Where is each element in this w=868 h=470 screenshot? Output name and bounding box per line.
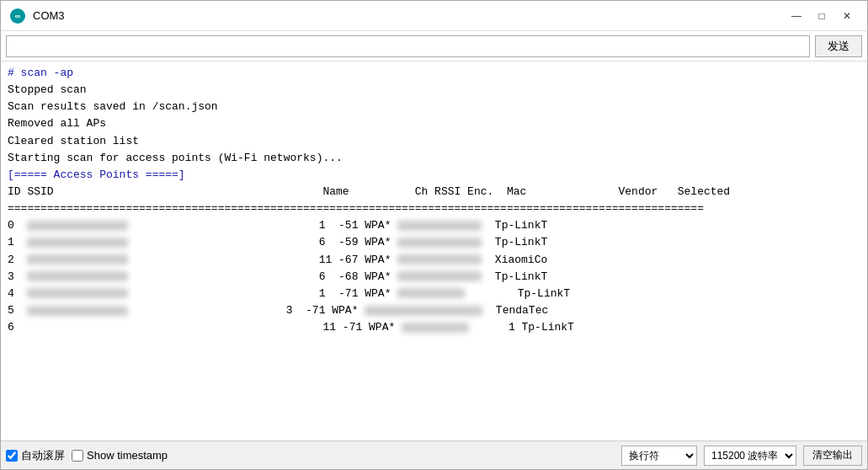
autoscroll-label: 自动滚屏 (21, 448, 65, 463)
autoscroll-checkbox[interactable] (6, 450, 18, 462)
autoscroll-checkbox-label[interactable]: 自动滚屏 (6, 448, 65, 463)
console-header: ID SSID Name Ch RSSI Enc. Mac Vendor Sel… (8, 184, 860, 200)
ap-row-1: 1 6 -59 WPA* Tp-LinkT (8, 234, 860, 251)
console-line: Starting scan for access points (Wi-Fi n… (8, 150, 860, 167)
console-line: Scan results saved in /scan.json (8, 99, 860, 115)
send-button[interactable]: 发送 (815, 35, 862, 57)
console-line: Removed all APs (8, 115, 860, 132)
main-window: ∞ COM3 — □ ✕ 发送 # scan -ap Stopped scan … (0, 0, 868, 470)
svg-text:∞: ∞ (15, 12, 21, 20)
window-title: COM3 (33, 9, 785, 22)
ap-row-6: 6 11 -71 WPA* 1 Tp-LinkT (8, 319, 860, 336)
ap-row-5: 5 3 -71 WPA* TendaTec (8, 302, 860, 319)
toolbar: 发送 (1, 31, 867, 61)
console-line: [===== Access Points =====] (8, 167, 860, 184)
baud-rate-select[interactable]: 300 波特率 1200 波特率 2400 波特率 4800 波特率 9600 … (704, 446, 796, 466)
command-input[interactable] (6, 35, 810, 57)
maximize-button[interactable]: □ (810, 7, 833, 25)
ap-row-0: 0 1 -51 WPA* Tp-LinkT (8, 217, 860, 234)
console-line: Cleared station list (8, 133, 860, 150)
timestamp-checkbox[interactable] (72, 450, 83, 462)
console-separator: ========================================… (8, 200, 860, 217)
timestamp-label: Show timestamp (87, 449, 168, 462)
window-controls: — □ ✕ (785, 7, 859, 25)
title-bar: ∞ COM3 — □ ✕ (1, 1, 867, 31)
newline-select[interactable]: 换行符 无行结束符 回车符 两者皆有 (621, 446, 697, 466)
console-line: # scan -ap (8, 65, 860, 82)
minimize-button[interactable]: — (785, 7, 808, 25)
ap-row-2: 2 11 -67 WPA* XiaomiCo (8, 252, 860, 269)
status-bar: 自动滚屏 Show timestamp 换行符 无行结束符 回车符 两者皆有 3… (1, 441, 867, 469)
timestamp-checkbox-label[interactable]: Show timestamp (72, 449, 168, 462)
ap-row-3: 3 6 -68 WPA* Tp-LinkT (8, 269, 860, 286)
arduino-logo: ∞ (9, 8, 26, 24)
close-button[interactable]: ✕ (835, 7, 859, 25)
ap-row-4: 4 1 -71 WPA* Tp-LinkT (8, 286, 860, 302)
console-line: Stopped scan (8, 82, 860, 99)
clear-output-button[interactable]: 清空输出 (803, 446, 862, 466)
console-output: # scan -ap Stopped scan Scan results sav… (1, 61, 867, 441)
